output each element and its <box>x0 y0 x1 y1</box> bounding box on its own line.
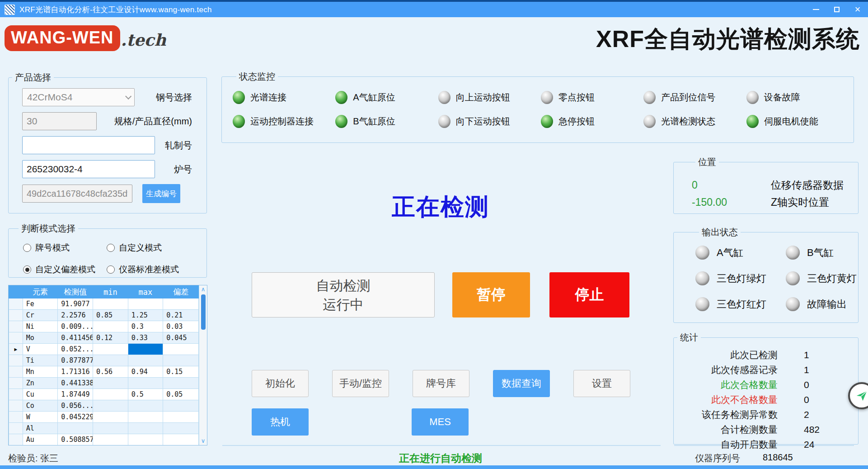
value-cell[interactable]: 0.045229 <box>58 412 93 423</box>
min-cell[interactable] <box>93 423 128 434</box>
element-cell[interactable]: Mn <box>23 366 58 378</box>
element-cell[interactable]: Al <box>23 423 58 434</box>
deviation-cell[interactable]: 0.21 <box>163 310 199 321</box>
value-cell[interactable] <box>58 423 93 434</box>
generate-id-button[interactable]: 生成编号 <box>142 184 180 203</box>
deviation-cell[interactable] <box>163 355 199 366</box>
row-marker-cell[interactable] <box>9 310 23 321</box>
mode-radio-option[interactable]: 自定义偏差模式 <box>23 264 107 275</box>
row-marker-cell[interactable] <box>9 389 23 400</box>
init-button[interactable]: 初始化 <box>252 370 309 397</box>
grade-library-button[interactable]: 牌号库 <box>413 370 469 397</box>
max-cell[interactable] <box>128 412 163 423</box>
value-cell[interactable]: 0.441338 <box>58 378 93 389</box>
steel-grade-select[interactable]: 42CrMoS4 <box>22 88 135 106</box>
element-cell[interactable]: V <box>23 344 58 355</box>
furnace-number-input[interactable] <box>22 160 155 178</box>
mode-radio-option[interactable]: 自定义模式 <box>107 242 206 254</box>
maximize-button[interactable] <box>826 2 847 17</box>
radio-button-icon[interactable] <box>23 244 31 252</box>
min-cell[interactable]: 0.85 <box>93 310 128 321</box>
row-marker-cell[interactable] <box>9 423 23 434</box>
column-header[interactable]: max <box>128 286 163 298</box>
pause-button[interactable]: 暂停 <box>452 272 530 317</box>
row-marker-cell[interactable] <box>9 378 23 389</box>
element-cell[interactable]: Zn <box>23 378 58 389</box>
deviation-cell[interactable] <box>163 412 199 423</box>
deviation-cell[interactable] <box>163 423 199 434</box>
element-cell[interactable]: Mo <box>23 332 58 344</box>
max-cell[interactable] <box>128 434 163 445</box>
value-cell[interactable]: 1.87449 <box>58 389 93 400</box>
radio-button-icon[interactable] <box>23 265 31 274</box>
element-cell[interactable]: Co <box>23 400 58 412</box>
row-marker-cell[interactable] <box>9 400 23 412</box>
max-cell[interactable] <box>128 344 163 355</box>
element-cell[interactable]: Au <box>23 434 58 445</box>
settings-button[interactable]: 设置 <box>573 370 630 397</box>
row-marker-cell[interactable] <box>9 434 23 445</box>
scrollbar-thumb[interactable] <box>201 294 206 330</box>
element-cell[interactable]: Ni <box>23 321 58 332</box>
warmup-button[interactable]: 热机 <box>252 408 309 436</box>
column-header[interactable]: 偏差 <box>163 286 199 298</box>
row-marker-cell[interactable] <box>9 298 23 310</box>
row-marker-cell[interactable] <box>9 412 23 423</box>
element-cell[interactable]: Ti <box>23 355 58 366</box>
min-cell[interactable] <box>93 412 128 423</box>
element-cell[interactable]: Cu <box>23 389 58 400</box>
min-cell[interactable] <box>93 389 128 400</box>
deviation-cell[interactable] <box>163 378 199 389</box>
deviation-cell[interactable]: 0.045 <box>163 332 199 344</box>
min-cell[interactable] <box>93 321 128 332</box>
value-cell[interactable]: 0.411456 <box>58 332 93 344</box>
spec-diameter-input[interactable] <box>22 112 97 130</box>
mode-radio-option[interactable]: 仪器标准差模式 <box>107 264 206 275</box>
close-button[interactable]: × <box>847 2 868 17</box>
value-cell[interactable]: 0.056... <box>58 400 93 412</box>
value-cell[interactable]: 0.052... <box>58 344 93 355</box>
min-cell[interactable] <box>93 298 128 310</box>
max-cell[interactable]: 1.25 <box>128 310 163 321</box>
manual-monitor-button[interactable]: 手动/监控 <box>332 370 389 397</box>
data-query-button[interactable]: 数据查询 <box>493 370 550 397</box>
min-cell[interactable] <box>93 434 128 445</box>
min-cell[interactable] <box>93 355 128 366</box>
deviation-cell[interactable]: 0.05 <box>163 389 199 400</box>
row-marker-header[interactable] <box>9 286 23 298</box>
value-cell[interactable]: 0.877877 <box>58 355 93 366</box>
deviation-cell[interactable] <box>163 434 199 445</box>
scroll-down-icon[interactable]: ∨ <box>201 437 206 445</box>
element-cell[interactable]: W <box>23 412 58 423</box>
scroll-up-icon[interactable]: ∧ <box>201 285 206 294</box>
row-marker-cell[interactable]: ▶ <box>9 344 23 355</box>
max-cell[interactable]: 0.5 <box>128 389 163 400</box>
max-cell[interactable] <box>128 378 163 389</box>
radio-button-icon[interactable] <box>107 244 115 252</box>
min-cell[interactable]: 0.56 <box>93 366 128 378</box>
column-header[interactable]: min <box>93 286 128 298</box>
radio-button-icon[interactable] <box>107 265 115 274</box>
value-cell[interactable]: 0.009... <box>58 321 93 332</box>
element-cell[interactable]: Fe <box>23 298 58 310</box>
column-header[interactable]: 元素 <box>23 286 58 298</box>
min-cell[interactable]: 0.12 <box>93 332 128 344</box>
min-cell[interactable] <box>93 344 128 355</box>
deviation-cell[interactable]: 0.03 <box>163 321 199 332</box>
rolling-number-input[interactable] <box>22 136 155 154</box>
min-cell[interactable] <box>93 400 128 412</box>
value-cell[interactable]: 91.9077 <box>58 298 93 310</box>
stop-button[interactable]: 停止 <box>549 272 629 317</box>
max-cell[interactable] <box>128 298 163 310</box>
deviation-cell[interactable] <box>163 298 199 310</box>
deviation-cell[interactable]: 0.15 <box>163 366 199 378</box>
element-cell[interactable]: Cr <box>23 310 58 321</box>
max-cell[interactable] <box>128 355 163 366</box>
value-cell[interactable]: 0.508857 <box>58 434 93 445</box>
max-cell[interactable] <box>128 400 163 412</box>
table-scrollbar[interactable]: ∧ ∨ <box>199 285 207 445</box>
max-cell[interactable]: 0.94 <box>128 366 163 378</box>
max-cell[interactable]: 0.3 <box>128 321 163 332</box>
column-header[interactable]: 检测值 <box>58 286 93 298</box>
deviation-cell[interactable] <box>163 400 199 412</box>
